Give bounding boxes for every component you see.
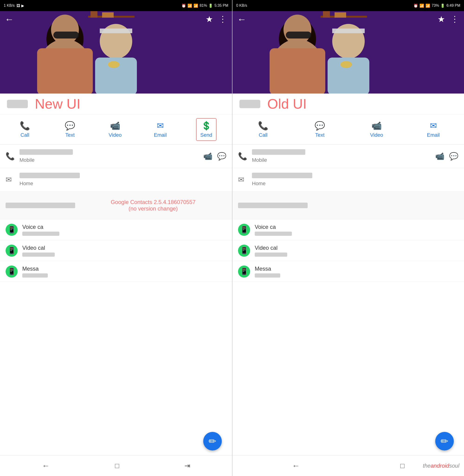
call-btn-left[interactable]: 📞 Call [16,121,34,138]
email-label-right3: Home [252,181,458,187]
action-bar-left: ← ★ ⋮ [0,11,232,27]
call-btn-right[interactable]: 📞 Call [254,121,272,138]
wa-video-content-right: Video cal [255,245,458,257]
phone-detail-left: 📞 Mobile 📹 💬 [0,145,232,168]
text-icon-left: 💬 [65,121,75,131]
alarm-icon: ⏰ [181,3,186,8]
wa-video-content-left: Video cal [22,245,226,257]
status-bar-left: 1 KB/s 🖼 ▶ ⏰ 📶 📶 81% 🔋 5:35 PM [0,0,232,11]
nav-back-right[interactable]: ← [292,461,300,470]
email-detail-right: ✉ Home [232,168,464,192]
phone-icon-right: 📞 [238,152,252,161]
version-text-center: Google Contacts 2.5.4.186070557 (no vers… [80,199,226,212]
star-btn-right[interactable]: ★ [437,14,445,24]
wa-msg-sub-right [255,273,280,278]
wa-icon-video-left: 📱 [6,245,18,257]
ui-title-right: Old UI [267,96,307,112]
email-detail-left: ✉ Home [0,168,232,192]
nav-overview-left[interactable]: □ [115,462,119,470]
wa-voice-left: 📱 Voice ca [0,219,232,240]
status-right-info: ⏰ 📶 📶 81% 🔋 5:35 PM [181,3,228,8]
more-btn-left[interactable]: ⋮ [219,14,227,24]
wa-icon-voice-left: 📱 [6,224,18,236]
back-btn-right[interactable]: ← [237,14,246,25]
video-btn-right[interactable]: 📹 Video [367,121,386,138]
version-row-left: Google Contacts 2.5.4.186070557 (no vers… [0,192,232,219]
nav-back-left[interactable]: ← [42,461,50,470]
email-label-left: Email [154,132,167,138]
wa-msg-label-right: Messa [255,265,458,272]
fab-right[interactable]: ✏ [435,432,454,450]
email-content-right: Home [252,173,458,187]
email-blur-right [252,173,312,178]
label-row-right: Old UI [232,94,464,114]
avatar-placeholder-right [239,100,260,108]
version-blur-left [6,203,75,208]
email-btn-left[interactable]: ✉ Email [151,121,170,138]
battery-icon-left: 🔋 [208,3,213,8]
speed-indicator-right: 0 KB/s [236,3,247,8]
wifi-icon: 📶 [187,3,192,8]
status-right-info-right: ⏰ 📶 📶 73% 🔋 6:49 PM [413,3,460,8]
right-panel: 0 KB/s ⏰ 📶 📶 73% 🔋 6:49 PM [232,0,464,476]
wa-msg-content-right: Messa [255,265,458,278]
wa-voice-right: 📱 Voice ca [232,219,464,240]
wa-icon-video-right: 📱 [238,245,250,257]
bottom-nav-left: ← □ ⇥ [0,455,232,476]
attr-soul: soul [449,463,459,469]
wa-video-label-left: Video cal [22,245,226,251]
call-label-left: Call [20,132,29,138]
more-btn-right[interactable]: ⋮ [451,14,459,24]
attribution: theandroidsoul [423,463,459,469]
label-row-left: New UI [0,94,232,114]
misc-blur-right [238,203,308,208]
wa-video-right: 📱 Video cal [232,240,464,261]
wa-message-left: 📱 Messa [0,261,232,282]
text-label-left: Text [65,132,75,138]
wa-msg-content-left: Messa [22,265,226,278]
battery-right: 73% [432,3,439,8]
phone-content-right: Mobile [252,149,435,163]
star-btn-left[interactable]: ★ [205,14,213,24]
video-call-icon-right[interactable]: 📹 [435,152,445,161]
nav-overview-right[interactable]: □ [400,462,404,470]
wa-video-sub-left [22,253,55,257]
wa-voice-sub-left [22,232,59,236]
email-label-right2: Email [427,132,440,138]
wa-video-label-right: Video cal [255,245,458,251]
wa-msg-sub-left [22,273,48,278]
text-icon-right: 💬 [315,121,325,131]
phone-label-left: Mobile [19,157,203,163]
email-icon-right3: ✉ [238,175,252,184]
signal-icon-right: 📶 [425,3,430,8]
action-buttons-right: 📞 Call 💬 Text 📹 Video ✉ Email [232,114,464,145]
phone-actions-right: 📹 💬 [435,152,458,161]
email-label-left2: Home [19,181,226,187]
back-btn-left[interactable]: ← [5,14,14,25]
left-panel: 1 KB/s 🖼 ▶ ⏰ 📶 📶 81% 🔋 5:35 PM [0,0,232,476]
text-label-right: Text [315,132,325,138]
wa-video-sub-right [255,253,287,257]
video-btn-left[interactable]: 📹 Video [106,121,124,138]
signal-icon: 📶 [193,3,198,8]
status-left-info: 1 KB/s 🖼 ▶ [4,3,24,8]
text-btn-right[interactable]: 💬 Text [311,121,329,138]
action-buttons-left: 📞 Call 💬 Text 📹 Video ✉ Email 💲 Send [0,114,232,145]
nav-recent-left[interactable]: ⇥ [184,462,190,470]
battery-left: 81% [200,3,207,8]
email-btn-right[interactable]: ✉ Email [424,121,443,138]
video-call-icon-left[interactable]: 📹 [203,152,213,161]
wa-icon-msg-left: 📱 [6,265,18,278]
fab-left[interactable]: ✏ [203,432,222,450]
send-btn-left[interactable]: 💲 Send [196,118,216,141]
message-icon-right[interactable]: 💬 [449,152,458,161]
phone-actions-left: 📹 💬 [203,152,226,161]
wa-voice-label-right: Voice ca [255,224,458,230]
phone-number-blur-left [19,149,73,155]
alarm-icon-right: ⏰ [413,3,418,8]
speed-indicator: 1 KB/s [4,3,15,8]
message-icon-left[interactable]: 💬 [217,152,226,161]
text-btn-left[interactable]: 💬 Text [61,121,79,138]
wa-voice-content-right: Voice ca [255,224,458,236]
wa-voice-content-left: Voice ca [22,224,226,236]
